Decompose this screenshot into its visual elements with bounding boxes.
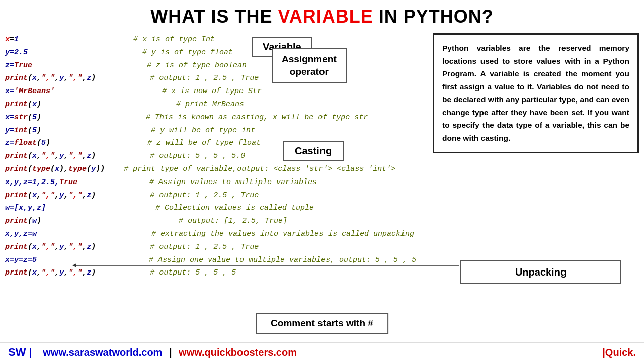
title-highlight: VARIABLE [278,6,373,27]
code-line-8: y=int(5) # y will be of type int [5,124,428,137]
footer-right: |Quick. [602,347,636,358]
callout-comment: Comment starts with # [256,313,388,334]
callout-assignment: Assignmentoperator [272,48,347,83]
code-line-4: print(x,",",y,",",z) # output: 1 , 2.5 ,… [5,72,428,85]
code-line-19: print(x,",",y,",",z) # output: 5 , 5 , 5 [5,266,428,280]
info-box: Python variables are the reserved memory… [433,33,639,153]
title-prefix: WHAT IS THE [150,6,278,27]
code-line-1: x=1 # x is of type Int [5,33,428,46]
code-line-2: y=2.5 # y is of type float [5,46,428,59]
callout-casting: Casting [283,141,344,161]
footer-website2[interactable]: www.quickboosters.com [179,347,297,358]
page-title: WHAT IS THE VARIABLE IN PYTHON? [0,0,644,31]
info-text: Python variables are the reserved memory… [442,44,629,142]
footer: SW | www.saraswatworld.com | www.quickbo… [0,342,644,362]
code-line-16: x,y,z=w # extracting the values into var… [5,228,428,241]
code-line-5: x='MrBeans' # x is now of type Str [5,85,428,98]
code-line-14: w=[x,y,z] # Collection values is called … [5,202,428,215]
footer-sw: SW | [8,346,32,359]
code-line-3: z=True # z is of type boolean [5,59,428,72]
code-line-17: print(x,",",y,",",z) # output: 1 , 2.5 ,… [5,241,428,254]
code-line-12: x,y,z=1,2.5,True # Assign values to mult… [5,176,428,189]
code-section: x=1 # x is of type Int y=2.5 # y is of t… [5,33,428,280]
code-line-18: x=y=z=5 # Assign one value to multiple v… [5,254,428,267]
code-line-13: print(x,",",y,",",z) # output: 1 , 2.5 ,… [5,189,428,202]
code-line-9: z=float(5) # z will be of type float [5,137,428,150]
code-line-15: print(w) # output: [1, 2.5, True] [5,215,428,228]
title-suffix: IN PYTHON? [373,6,494,27]
footer-website1[interactable]: www.saraswatworld.com [43,347,162,358]
code-line-7: x=str(5) # This is known as casting, x w… [5,111,428,124]
code-line-10: print(x,",",y,",",z) # output: 5 , 5 , 5… [5,150,428,163]
code-line-6: print(x) # print MrBeans [5,98,428,111]
callout-unpacking: Unpacking [460,260,621,284]
code-line-11: print(type(x),type(y)) # print type of v… [5,163,428,176]
